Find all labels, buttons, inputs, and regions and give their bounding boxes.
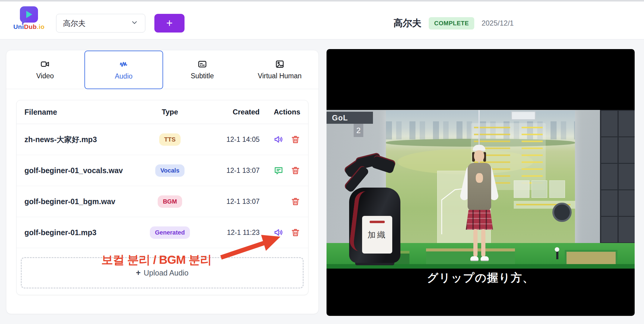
column-created: Created: [198, 108, 260, 116]
add-project-button[interactable]: +: [154, 14, 185, 33]
tab-virtual-human-label: Virtual Human: [258, 72, 301, 80]
video-scene: GoL 2 加織: [327, 110, 635, 269]
chevron-down-icon: [131, 19, 138, 28]
table-row: zh-news-大家好.mp3 TTS 12-1 14:05: [17, 124, 308, 155]
screen-thumbnails: [514, 180, 565, 198]
column-actions: Actions: [260, 108, 300, 116]
project-select-value: 高尔夫: [63, 18, 131, 28]
filename: golf-beginer-01_vocals.wav: [24, 166, 142, 175]
app-root: UniDub.io 高尔夫 + 高尔夫 COMPLETE 2025/12/1 V…: [0, 0, 644, 324]
table-row: golf-beginer-01_vocals.wav Vocals 12-1 1…: [17, 155, 308, 186]
tab-audio-label: Audio: [115, 72, 133, 80]
column-filename: Filename: [24, 108, 142, 117]
type-badge: TTS: [159, 133, 181, 146]
tab-video-label: Video: [36, 72, 54, 80]
type-badge: Generated: [150, 226, 190, 239]
media-panel: Video Audio Subtitle Virtual Human Filen…: [6, 50, 319, 314]
project-date: 2025/12/1: [481, 19, 514, 27]
golf-ball: [555, 247, 559, 252]
filename: golf-beginer-01.mp3: [24, 228, 142, 237]
app-header: UniDub.io 高尔夫 + 高尔夫 COMPLETE 2025/12/1: [0, 2, 644, 39]
type-badge: Vocals: [155, 164, 185, 177]
video-camera-icon: [40, 59, 50, 69]
golfer-shoe: [470, 256, 478, 261]
speaker-icon: [274, 135, 283, 144]
delete-button[interactable]: [291, 228, 300, 237]
brand-part-io: .io: [37, 23, 45, 30]
screen-top-window: [511, 111, 536, 120]
golfer-hands: [476, 173, 483, 183]
stats-values: [522, 127, 543, 186]
table-row: golf-beginer-01_bgm.wav BGM 12-1 13:07: [17, 186, 308, 217]
transcript-button[interactable]: [274, 166, 283, 175]
golfer-plaid-skirt: [466, 210, 493, 230]
transcript-bubble-icon: [274, 166, 283, 175]
screen-thumbnail: [514, 180, 529, 198]
tab-audio[interactable]: Audio: [84, 51, 163, 89]
golfer-face: [474, 150, 484, 162]
annotation-text: 보컬 분리 / BGM 분리: [101, 252, 211, 268]
created-time: 12-1 13:07: [198, 167, 260, 175]
created-time: 12-1 14:05: [198, 136, 260, 144]
tab-video[interactable]: Video: [6, 50, 84, 89]
annotation-arrow-icon: [218, 230, 286, 261]
plus-icon: +: [136, 268, 141, 278]
upload-audio-label: Upload Audio: [144, 269, 189, 277]
brand-wordmark: UniDub.io: [11, 23, 47, 30]
delete-button[interactable]: [291, 166, 300, 175]
screen-thumbnail: [549, 180, 565, 198]
project-title: 高尔夫: [393, 17, 421, 30]
table-header: Filename Type Created Actions: [17, 100, 308, 124]
project-select[interactable]: 高尔夫: [56, 14, 145, 33]
trash-icon: [291, 135, 300, 144]
video-subtitle: グリップの握り方、: [327, 270, 635, 285]
subtitle-icon: [197, 59, 207, 69]
trash-icon: [291, 166, 300, 175]
tab-subtitle[interactable]: Subtitle: [164, 50, 241, 89]
filename: golf-beginer-01_bgm.wav: [24, 197, 142, 206]
type-badge: BGM: [158, 195, 182, 208]
video-overlay-logo: GoL: [327, 112, 373, 124]
screen-thumbnail: [532, 180, 547, 198]
golfer-vest: [468, 163, 491, 210]
tab-subtitle-label: Subtitle: [191, 72, 214, 80]
delete-button[interactable]: [291, 197, 300, 206]
golfer-leg: [473, 229, 478, 257]
virtual-human-icon: [275, 59, 285, 69]
column-type: Type: [142, 108, 198, 116]
trash-icon: [291, 197, 300, 206]
golf-tee: [556, 251, 558, 259]
created-time: 12-1 13:07: [198, 198, 260, 206]
delete-button[interactable]: [291, 135, 300, 144]
screen-dial: [552, 203, 572, 222]
media-tabbar: Video Audio Subtitle Virtual Human: [6, 50, 318, 89]
brand-logo-icon: [20, 6, 38, 23]
play-audio-button[interactable]: [274, 135, 283, 144]
trash-icon: [291, 228, 300, 237]
brand-logo[interactable]: UniDub.io: [11, 6, 47, 37]
video-player[interactable]: GoL 2 加織 グリップの握り方、: [327, 49, 635, 316]
tab-virtual-human[interactable]: Virtual Human: [241, 50, 318, 89]
video-overlay-number: 2: [354, 124, 363, 137]
brand-part-dub: Dub: [24, 23, 37, 30]
golfer-leg: [481, 229, 485, 257]
filename: zh-news-大家好.mp3: [24, 135, 142, 145]
audio-waveform-icon: [119, 60, 128, 69]
play-icon: [26, 11, 32, 18]
project-header-info: 高尔夫 COMPLETE 2025/12/1: [393, 15, 514, 32]
golfer-shoe: [481, 256, 489, 261]
golf-bag-label: 加織: [362, 216, 392, 254]
status-badge: COMPLETE: [429, 17, 474, 30]
